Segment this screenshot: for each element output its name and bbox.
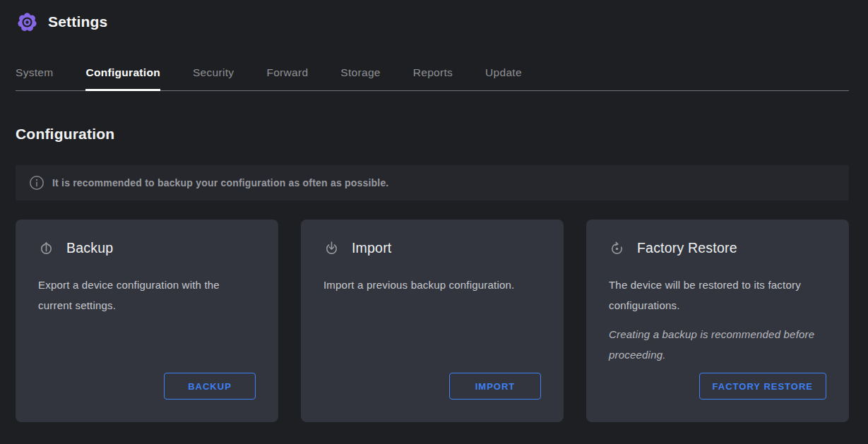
import-card-header: Import <box>323 240 541 256</box>
app-header: Settings <box>17 11 868 32</box>
factory-restore-button[interactable]: FACTORY RESTORE <box>699 373 826 400</box>
factory-restore-icon <box>609 240 625 256</box>
factory-restore-card-title: Factory Restore <box>637 240 737 256</box>
tab-bar: System Configuration Security Forward St… <box>16 66 849 91</box>
import-button[interactable]: IMPORT <box>449 373 541 400</box>
backup-upload-icon <box>38 240 54 256</box>
import-card-title: Import <box>352 240 391 256</box>
factory-restore-card-header: Factory Restore <box>609 240 826 256</box>
info-icon <box>29 175 44 191</box>
action-cards: Backup Export a device configuration wit… <box>16 220 849 422</box>
import-card: Import Import a previous backup configur… <box>301 220 564 422</box>
info-banner-text: It is recommended to backup your configu… <box>52 177 388 188</box>
tab-configuration[interactable]: Configuration <box>85 66 160 90</box>
tab-system[interactable]: System <box>16 66 53 90</box>
factory-restore-card-description: The device will be restored to its facto… <box>609 275 826 316</box>
factory-restore-card-note: Creating a backup is recommended before … <box>609 324 826 365</box>
tab-reports[interactable]: Reports <box>413 66 453 90</box>
import-card-description: Import a previous backup configuration. <box>323 275 541 295</box>
page-title: Settings <box>48 13 107 30</box>
backup-card-title: Backup <box>66 240 113 256</box>
factory-restore-card: Factory Restore The device will be resto… <box>586 220 849 422</box>
info-banner: It is recommended to backup your configu… <box>16 165 849 200</box>
settings-gear-icon <box>17 12 37 32</box>
backup-card-header: Backup <box>38 240 256 256</box>
configuration-panel: Configuration It is recommended to backu… <box>0 126 868 422</box>
tab-storage[interactable]: Storage <box>340 66 380 90</box>
backup-card: Backup Export a device configuration wit… <box>16 220 278 422</box>
section-heading: Configuration <box>16 126 868 143</box>
import-download-icon <box>323 240 340 256</box>
backup-button[interactable]: BACKUP <box>164 373 256 400</box>
backup-card-description: Export a device configuration with the c… <box>38 275 256 316</box>
tab-security[interactable]: Security <box>193 66 234 90</box>
tab-update[interactable]: Update <box>485 66 522 90</box>
tab-forward[interactable]: Forward <box>266 66 308 90</box>
